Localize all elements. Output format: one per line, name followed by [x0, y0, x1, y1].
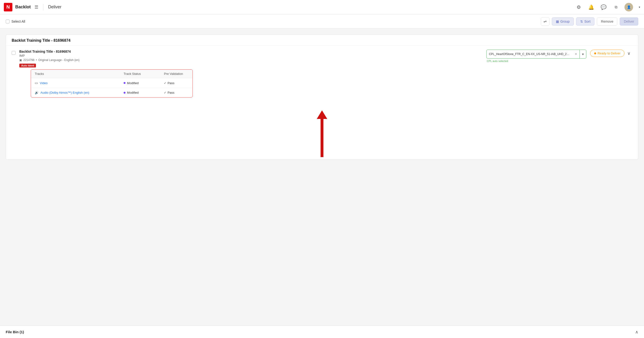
col-header-pre-validation: Pre Validation [160, 70, 192, 78]
package-row: Backlot Training Title - 81696874 IMP ▣ … [6, 46, 638, 103]
cpl-clear-button[interactable]: × [572, 52, 580, 56]
package-meta: ▣ 2214798 • Original Language - English … [19, 58, 482, 62]
package-meta-language: Original Language - English (en) [38, 58, 80, 62]
arrow-annotation [6, 103, 638, 159]
filter-button[interactable]: ⇌ [541, 17, 550, 26]
cpl-auto-label: CPL auto selected [486, 60, 586, 63]
package-type: IMP [19, 54, 482, 58]
audio-status-label: Modified [127, 91, 138, 94]
cpl-selector: CPL_HeartOfStone_FTR_C_EN-XX_US-NR_51-IA… [486, 50, 586, 63]
avatar[interactable]: 👤 [624, 3, 633, 12]
table-row: 🔊 Audio (Dolby Atmos™) English (en) Modi… [31, 88, 192, 98]
app-logo: N [4, 3, 12, 12]
auto-ident-badge: Auto Ident [19, 64, 36, 68]
sort-button[interactable]: ⇅ Sort [576, 18, 595, 26]
header-divider [43, 4, 43, 11]
red-arrow [317, 110, 327, 157]
chat-icon[interactable]: 💬 [600, 3, 607, 11]
col-header-tracks: Tracks [31, 70, 120, 78]
logo-letter: N [6, 4, 10, 10]
cpl-input-container: CPL_HeartOfStone_FTR_C_EN-XX_US-NR_51-IA… [486, 50, 586, 59]
group-label: Group [560, 20, 570, 23]
cpl-input-value[interactable]: CPL_HeartOfStone_FTR_C_EN-XX_US-NR_51-IA… [486, 51, 572, 58]
video-validation-label: Pass [168, 81, 174, 85]
audio-validation-cell: ✓ Pass [160, 88, 192, 98]
select-all-checkbox[interactable] [6, 20, 10, 23]
tracks-table-container: Tracks Track Status Pre Validation ▭ [31, 69, 193, 98]
deliver-label: Deliver [624, 20, 634, 23]
check-icon-audio: ✓ [164, 91, 166, 94]
main-content: Backlot Training Title - 81696874 Backlo… [0, 29, 644, 324]
arrow-head [317, 110, 327, 119]
video-track-link[interactable]: Video [40, 81, 48, 85]
toolbar-right: ⇌ ▦ Group ⇅ Sort Remove Deliver [541, 17, 638, 26]
package-name: Backlot Training Title - 81696874 [19, 50, 482, 53]
col-header-track-status: Track Status [120, 70, 160, 78]
package-info: Backlot Training Title - 81696874 IMP ▣ … [19, 50, 482, 99]
menu-icon[interactable]: ☰ [34, 5, 38, 10]
toolbar: Select All ⇌ ▦ Group ⇅ Sort Remove Deliv… [0, 14, 644, 29]
sort-icon: ⇅ [580, 20, 583, 23]
remove-button[interactable]: Remove [597, 18, 617, 26]
package-checkbox[interactable] [12, 51, 16, 55]
calendar-icon: ▣ [19, 58, 22, 62]
track-audio-cell: 🔊 Audio (Dolby Atmos™) English (en) [31, 88, 120, 98]
page-title: Deliver [48, 5, 62, 10]
meta-separator: • [36, 58, 37, 62]
video-track-icon: ▭ [35, 81, 38, 85]
content-card: Backlot Training Title - 81696874 Backlo… [6, 34, 638, 160]
tracks-table: Tracks Track Status Pre Validation ▭ [31, 70, 192, 97]
track-video-cell: ▭ Video [31, 78, 120, 88]
settings-icon[interactable]: ⚙ [575, 3, 582, 11]
status-dot [594, 53, 596, 54]
package-status-area: Ready to Deliver ∨ [590, 50, 632, 57]
remove-label: Remove [601, 20, 613, 23]
audio-status-cell: Modified [120, 88, 160, 98]
check-icon: ✓ [164, 81, 166, 85]
notifications-icon[interactable]: 🔔 [587, 3, 595, 11]
audio-track-link[interactable]: Audio (Dolby Atmos™) English (en) [40, 91, 89, 94]
video-validation-cell: ✓ Pass [160, 78, 192, 88]
video-status-cell: Modified [120, 78, 160, 88]
group-icon: ▦ [556, 20, 559, 23]
app-header: N Backlot ☰ Deliver ⚙ 🔔 💬 ⧉ 👤 ▾ [0, 0, 644, 14]
video-status-label: Modified [127, 81, 138, 85]
modified-dot [124, 82, 126, 84]
header-icons: ⚙ 🔔 💬 ⧉ 👤 ▾ [575, 3, 640, 12]
table-row: ▭ Video Modified [31, 78, 192, 88]
external-link-icon[interactable]: ⧉ [612, 3, 620, 11]
section-title: Backlot Training Title - 81696874 [6, 35, 638, 46]
sort-label: Sort [584, 20, 591, 23]
select-all-label[interactable]: Select All [12, 20, 25, 23]
app-name: Backlot [15, 5, 31, 10]
cpl-dropdown-arrow[interactable]: ▾ [580, 50, 586, 58]
avatar-caret[interactable]: ▾ [639, 6, 640, 9]
audio-validation-label: Pass [168, 91, 174, 94]
audio-track-icon: 🔊 [35, 91, 38, 94]
package-meta-id: 2214798 [23, 58, 34, 62]
toolbar-left: Select All [6, 20, 538, 23]
expand-button[interactable]: ∨ [626, 51, 632, 56]
ready-to-deliver-badge: Ready to Deliver [590, 50, 624, 57]
group-button[interactable]: ▦ Group [552, 18, 574, 26]
status-label: Ready to Deliver [598, 52, 620, 55]
modified-dot-audio [124, 92, 126, 94]
arrow-shaft [320, 119, 324, 157]
deliver-button[interactable]: Deliver [620, 18, 638, 26]
